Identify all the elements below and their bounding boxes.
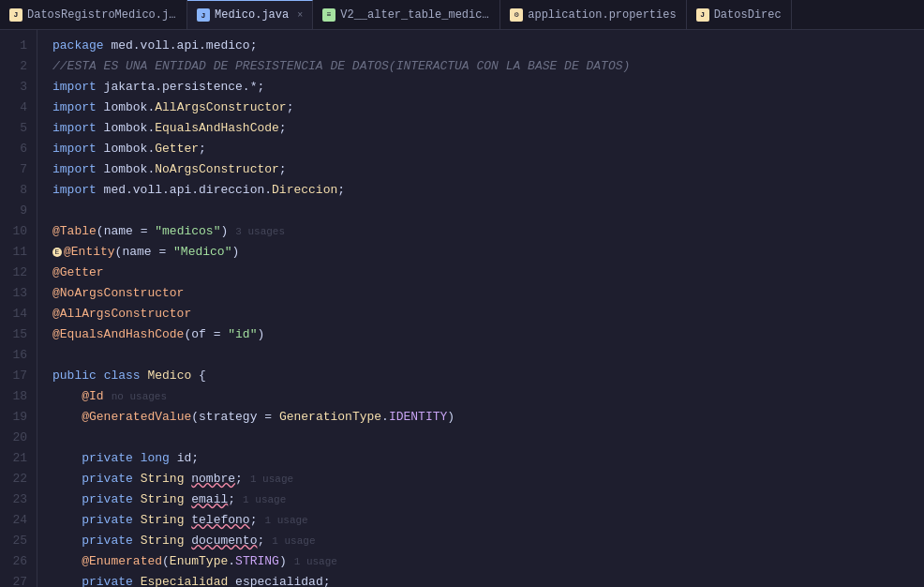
code-line: @GeneratedValue(strategy = GenerationTyp…: [52, 407, 924, 428]
token-plain: [52, 531, 82, 551]
token-plain: [133, 510, 141, 531]
token-plain: [52, 407, 82, 428]
token-plain: name =: [122, 242, 173, 263]
token-plain: [141, 366, 148, 386]
line-number: 4: [0, 98, 27, 118]
code-line: @Table(name = "medicos")3 usages: [52, 221, 924, 242]
token-kw: public: [52, 366, 97, 386]
token-plain: [97, 366, 104, 386]
line-number: 5: [0, 118, 27, 139]
code-area[interactable]: package med.voll.api.medico;//ESTA ES UN…: [37, 30, 924, 587]
token-plain: [52, 469, 82, 489]
token-kw: import: [52, 159, 97, 180]
line-number: 11: [0, 242, 27, 263]
line-number: 8: [0, 180, 27, 201]
token-hint: 1 usage: [250, 469, 293, 489]
tab-tab1[interactable]: JDatosRegistroMedico.java: [0, 0, 187, 29]
token-plain: ): [220, 221, 228, 242]
tab-tab2[interactable]: JMedico.java×: [187, 0, 313, 29]
token-cls: GenerationType: [279, 407, 381, 428]
token-plain: especialidad;: [235, 572, 330, 587]
token-plain: ;: [235, 469, 243, 489]
line-number: 7: [0, 159, 27, 180]
code-line: @Enumerated(EnumType.STRING)1 usage: [52, 551, 924, 572]
tab-icon: ⚙: [510, 8, 523, 22]
code-line: private Especialidad especialidad;: [52, 572, 924, 587]
token-str: "Medico": [173, 242, 231, 263]
token-cls: EnumType: [170, 551, 228, 572]
code-line: private String documento;1 usage: [52, 531, 924, 551]
token-plain: .: [381, 407, 389, 428]
token-plain: ;: [279, 159, 287, 180]
code-line: private String email;1 usage: [52, 489, 924, 510]
code-line: @AllArgsConstructor: [52, 304, 924, 324]
token-ann: @EqualsAndHashCode: [52, 324, 184, 345]
token-plain: [52, 448, 82, 469]
token-plain: documento: [191, 531, 257, 551]
token-cls: EqualsAndHashCode: [155, 118, 279, 139]
editor: 1234567891011121314151617181920212223242…: [0, 30, 924, 587]
token-hint: no usages: [112, 386, 167, 407]
token-kw: class: [104, 366, 141, 386]
tab-tab4[interactable]: ⚙application.properties: [500, 0, 686, 29]
line-number: 20: [0, 428, 27, 448]
code-line: //ESTA ES UNA ENTIDAD DE PRESISTENCIA DE…: [52, 56, 924, 77]
token-plain: med.voll.api.medico;: [104, 36, 258, 56]
tab-icon: J: [197, 8, 210, 22]
token-plain: lombok.: [97, 118, 155, 139]
token-hint: 1 usage: [265, 510, 308, 531]
token-plain: ;: [199, 139, 206, 159]
token-plain: (: [184, 324, 191, 345]
token-ann: @Table: [52, 221, 97, 242]
token-plain: telefono: [191, 510, 249, 531]
tab-label: DatosDirec: [714, 8, 782, 22]
token-plain: (: [162, 551, 170, 572]
line-number: 1: [0, 36, 27, 56]
token-plain: [184, 489, 191, 510]
token-cls: Direccion: [272, 180, 337, 201]
token-kw: private: [82, 531, 133, 551]
token-kw: private: [82, 448, 133, 469]
code-line: @NoArgsConstructor: [52, 283, 924, 304]
line-number: 19: [0, 407, 27, 428]
token-kw: import: [52, 98, 97, 118]
tab-tab5[interactable]: JDatosDirec: [687, 0, 792, 29]
tab-close-button[interactable]: ×: [297, 10, 303, 21]
tab-icon: J: [696, 8, 709, 22]
token-kw: import: [52, 118, 97, 139]
token-plain: ;: [287, 98, 294, 118]
token-cls: String: [141, 510, 185, 531]
token-plain: id;: [170, 448, 199, 469]
tab-icon: ≡: [322, 8, 335, 22]
token-kw: import: [52, 180, 97, 201]
token-cls: String: [141, 531, 185, 551]
token-kw: private: [82, 469, 133, 489]
token-plain: [52, 551, 82, 572]
token-plain: lombok.: [97, 159, 155, 180]
token-kw: package: [52, 36, 104, 56]
line-number: 26: [0, 551, 27, 572]
line-number: 18: [0, 386, 27, 407]
code-line: import lombok.EqualsAndHashCode;: [52, 118, 924, 139]
code-line: package med.voll.api.medico;: [52, 36, 924, 56]
token-plain: jakarta.persistence.*;: [97, 77, 264, 98]
token-kw: import: [52, 139, 97, 159]
token-plain: nombre: [191, 469, 235, 489]
token-kw: long: [141, 448, 170, 469]
token-hint: 3 usages: [235, 221, 285, 242]
token-val: STRING: [235, 551, 279, 572]
token-plain: [133, 448, 141, 469]
code-line: import lombok.AllArgsConstructor;: [52, 98, 924, 118]
code-line: [52, 201, 924, 221]
line-number: 21: [0, 448, 27, 469]
token-ann: @NoArgsConstructor: [52, 283, 184, 304]
line-number: 23: [0, 489, 27, 510]
token-comment: //ESTA ES UNA ENTIDAD DE PRESISTENCIA DE…: [52, 56, 630, 77]
line-number: 10: [0, 221, 27, 242]
tab-tab3[interactable]: ≡V2__alter_table_medicos-add-telefono.sq…: [313, 0, 500, 29]
code-line: import jakarta.persistence.*;: [52, 77, 924, 98]
line-number: 14: [0, 304, 27, 324]
token-str: "medicos": [155, 221, 220, 242]
token-plain: [184, 510, 191, 531]
code-line: import lombok.Getter;: [52, 139, 924, 159]
